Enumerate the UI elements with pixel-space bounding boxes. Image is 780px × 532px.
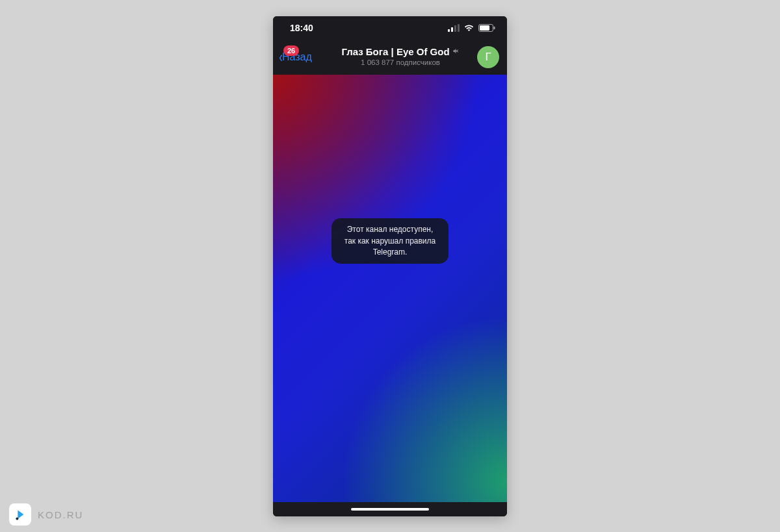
home-indicator[interactable] [351,508,429,511]
channel-unavailable-message: Этот канал недоступен, так как нарушал п… [332,218,448,264]
source-watermark: KOD.RU [9,503,83,526]
unread-badge: 26 [283,45,299,56]
status-icons [448,24,495,32]
svg-point-7 [16,517,18,520]
status-time: 18:40 [290,23,313,33]
svg-rect-2 [454,25,456,32]
avatar-letter: Г [485,51,491,64]
home-indicator-area [273,502,507,516]
muted-icon [452,47,460,57]
back-button[interactable]: ‹ Назад 26 [278,49,324,65]
kod-logo-icon [9,503,31,526]
chevron-left-icon: ‹ [279,49,283,65]
channel-title-block[interactable]: Глаз Бога | Eye Of God 1 063 877 подписч… [324,46,477,68]
svg-rect-6 [494,26,495,29]
svg-rect-5 [480,25,489,31]
channel-title: Глаз Бога | Eye Of God [341,46,449,58]
chat-background: Этот канал недоступен, так как нарушал п… [273,75,507,502]
channel-avatar[interactable]: Г [477,46,499,68]
watermark-label: KOD.RU [38,509,83,520]
svg-rect-0 [448,29,450,32]
svg-rect-1 [451,27,453,32]
nav-bar: ‹ Назад 26 Глаз Бога | Eye Of God 1 063 … [273,40,507,75]
wifi-icon [463,24,474,32]
phone-frame: 18:40 [273,16,507,516]
status-bar: 18:40 [273,16,507,40]
battery-icon [478,24,495,32]
unavailable-text: Этот канал недоступен, так как нарушал п… [344,225,436,257]
svg-rect-3 [458,24,460,32]
channel-subtitle: 1 063 877 подписчиков [361,58,440,68]
cellular-icon [448,24,460,32]
